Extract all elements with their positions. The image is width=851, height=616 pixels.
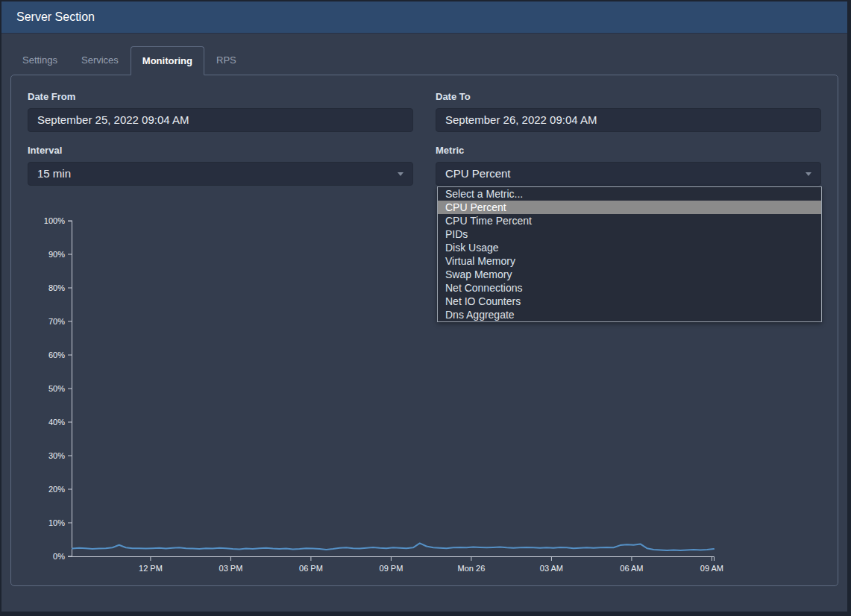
interval-select-value: 15 min (37, 167, 71, 180)
y-tick-label: 0% (53, 552, 65, 561)
metric-field: Metric CPU Percent (436, 145, 821, 186)
titlebar: Server Section (1, 1, 847, 34)
x-tick-label: 09 AM (700, 564, 723, 573)
y-tick-label: 10% (48, 518, 65, 527)
date-from-input[interactable]: September 25, 2022 09:04 AM (28, 108, 413, 132)
metric-label: Metric (436, 145, 821, 156)
metric-option[interactable]: Swap Memory (438, 268, 821, 281)
date-to-label: Date To (436, 91, 821, 102)
y-tick-label: 90% (48, 250, 65, 259)
date-to-field: Date To September 26, 2022 09:04 AM (436, 91, 821, 132)
date-from-field: Date From September 25, 2022 09:04 AM (28, 91, 413, 132)
chevron-down-icon (806, 172, 811, 176)
date-from-label: Date From (28, 91, 413, 102)
x-tick-label: Mon 26 (458, 564, 486, 573)
x-tick-label: 03 PM (219, 564, 243, 573)
filters-form: Date From September 25, 2022 09:04 AM Da… (28, 91, 821, 198)
x-tick-label: 09 PM (380, 564, 403, 573)
metric-option[interactable]: Dns Aggregate (438, 308, 821, 321)
tab-rps[interactable]: RPS (204, 45, 248, 75)
date-to-input[interactable]: September 26, 2022 09:04 AM (436, 108, 821, 132)
y-tick-label: 20% (48, 485, 65, 494)
y-tick-label: 30% (48, 451, 65, 460)
metric-option[interactable]: Select a Metric... (438, 187, 821, 201)
metric-dropdown: Select a Metric...CPU PercentCPU Time Pe… (437, 186, 822, 322)
tab-settings[interactable]: Settings (10, 45, 69, 75)
y-tick-label: 70% (48, 317, 65, 326)
x-tick-label: 06 PM (299, 564, 323, 573)
y-tick-label: 50% (48, 384, 65, 393)
y-tick-label: 100% (44, 216, 65, 225)
interval-label: Interval (28, 145, 413, 156)
metric-option[interactable]: CPU Percent (438, 201, 821, 214)
y-tick-label: 60% (48, 351, 65, 359)
tab-monitoring[interactable]: Monitoring (131, 46, 204, 75)
tab-services[interactable]: Services (69, 45, 131, 75)
metric-select-value: CPU Percent (445, 167, 511, 180)
metric-option[interactable]: Virtual Memory (438, 254, 821, 268)
x-tick-label: 03 AM (540, 564, 563, 573)
x-tick-label: 12 PM (139, 564, 163, 573)
metric-option[interactable]: Disk Usage (438, 241, 821, 254)
page-title: Server Section (16, 10, 95, 24)
chart-line (72, 543, 714, 550)
interval-field: Interval 15 min (28, 145, 413, 186)
monitoring-panel: Date From September 25, 2022 09:04 AM Da… (10, 75, 838, 586)
x-tick-label: 06 AM (620, 564, 643, 573)
metric-option[interactable]: Net Connections (438, 281, 821, 295)
tab-bar: Settings Services Monitoring RPS (10, 45, 838, 75)
chevron-down-icon (398, 172, 403, 176)
metric-select[interactable]: CPU Percent (436, 162, 821, 186)
y-tick-label: 40% (48, 418, 65, 427)
metric-option[interactable]: CPU Time Percent (438, 214, 821, 227)
y-tick-label: 80% (48, 283, 65, 292)
x-axis (72, 557, 715, 562)
metric-option[interactable]: PIDs (438, 227, 821, 241)
interval-select[interactable]: 15 min (28, 162, 413, 186)
metric-option[interactable]: Net IO Counters (438, 295, 821, 308)
